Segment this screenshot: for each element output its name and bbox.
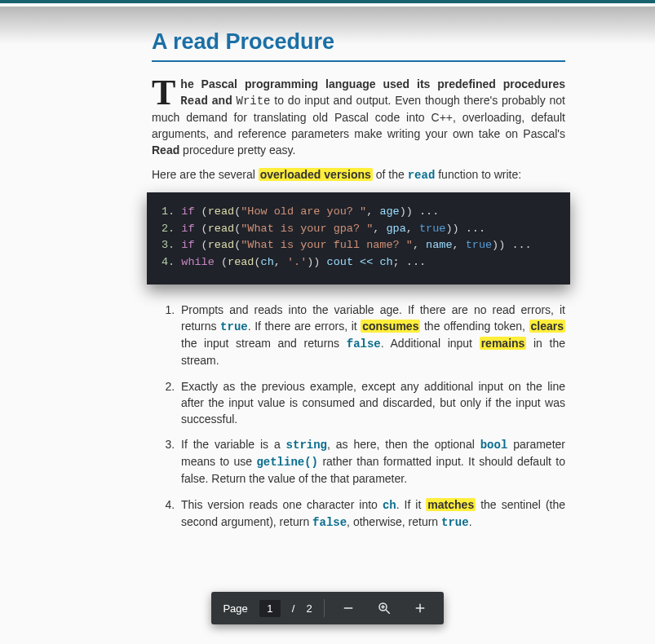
intro-and: and [208,94,237,107]
str-3: "What is your full name? " [241,239,413,251]
code-ln2: 2. [162,223,175,235]
i1-false: false [347,337,381,351]
code-block: 1. if (read("How old are you? ", age)) .… [147,192,570,285]
str-1: "How old are you? " [241,205,366,218]
var-gpa: gpa [386,223,405,235]
page-sep: / [292,602,295,615]
i1-clears: clears [529,320,565,333]
page-total: 2 [306,602,312,615]
code-ln4: 4. [162,256,175,268]
i4-d: , otherwise, return [347,515,441,528]
fn-read-1: read [208,205,234,218]
page-title: A read Procedure [152,26,565,62]
cout: cout << ch [327,256,393,268]
var-name: name [426,239,452,251]
hl-overloaded: overloaded versions [259,168,373,181]
i1-c: the offending token, [420,320,529,333]
plus-icon [413,601,427,615]
i3-a: If the variable is a [181,438,286,451]
pdf-toolbar: Page / 2 [0,592,655,624]
document-page: A read Procedure The Pascal programming … [0,3,655,532]
i4-true: true [441,516,469,529]
i3-getline: getline() [256,456,318,469]
lead-paragraph: Here are the several overloaded versions… [152,167,565,184]
bool-3: true [466,239,492,251]
zoom-reset-button[interactable] [372,600,396,616]
i1-e: . Additional input [381,337,480,350]
i4-ch: ch [383,499,396,512]
i4-false: false [312,516,347,529]
page-current-input[interactable] [259,600,281,617]
i3-bool: bool [480,439,508,452]
item-2: Exactly as the previous example, except … [178,379,565,428]
i3-b: , as here, then the optional [327,438,480,451]
code-ln1: 1. [162,205,175,218]
code-l3-tail: )) ... [492,239,532,251]
code-ln3: 3. [162,239,175,251]
fn-read-4: read [228,256,254,268]
lead-b: of the [373,168,408,181]
toolbar-inner: Page / 2 [211,592,443,624]
minus-icon [341,601,356,615]
code-l1-tail: )) ... [400,205,440,218]
var-ch: ch [261,256,274,268]
var-age: age [379,205,399,218]
page-label: Page [223,602,247,615]
kw-if-3: if [181,239,194,251]
i3-string: string [286,439,327,452]
kw-while: while [181,256,215,268]
i1-d: the input stream and returns [181,337,347,350]
str-4: '.' [287,256,307,268]
fn-read-3: read [208,239,234,251]
zoom-in-button[interactable] [408,600,432,616]
i4-matches: matches [426,498,476,511]
code-l4-tail: ; ... [393,256,427,268]
bool-2: true [419,223,445,235]
intro-paragraph: The Pascal programming language used its… [152,77,565,158]
code-l2-tail: )) ... [445,223,485,235]
proc-read: Read [180,95,208,108]
item-3: If the variable is a string, as here, th… [178,437,565,487]
toolbar-divider [324,599,325,617]
i1-b: . If there are errors, it [248,320,361,333]
i1-consumes: consumes [361,320,420,333]
i4-e: . [469,515,472,528]
i1-true: true [220,320,248,333]
lead-c: function to write: [435,168,521,181]
item-1: Prompts and reads into the variable age.… [178,302,565,369]
magnifier-icon [377,601,392,615]
read-word: Read [152,143,179,157]
intro-tail: procedure pretty easy. [179,143,295,157]
read-fn: read [408,169,436,182]
i4-b: . If it [396,498,427,511]
proc-write: Write [237,95,271,108]
intro-lead: he Pascal programming language used its … [180,77,565,90]
explanation-list: Prompts and reads into the variable age.… [178,302,565,532]
i1-remains: remains [480,337,527,350]
zoom-out-button[interactable] [336,600,361,616]
kw-if-2: if [181,223,194,235]
str-2: "What is your gpa? " [241,223,373,235]
lead-a: Here are the several [152,168,259,181]
item-4: This version reads one character into ch… [178,497,565,532]
i4-a: This version reads one character into [181,498,383,511]
code-l4-mid: )) [307,256,326,268]
fn-read-2: read [208,223,234,235]
svg-line-2 [386,610,390,614]
kw-if-1: if [181,205,194,218]
